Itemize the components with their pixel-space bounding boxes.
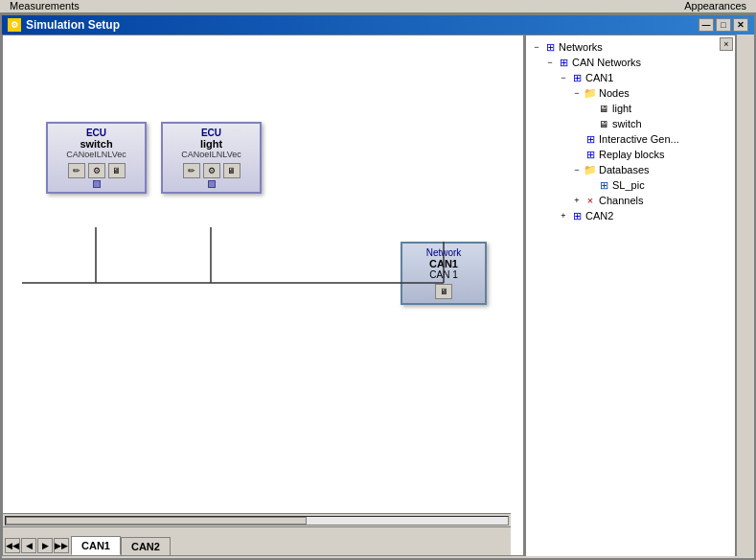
networks-label: Networks	[559, 41, 603, 53]
replay-icon: ⊞	[584, 148, 597, 161]
tree-item-nodes[interactable]: − 📁 Nodes	[530, 85, 731, 101]
bottom-tabs-area: ◀◀ ◀ ▶ ▶▶ CAN1 CAN2	[3, 526, 511, 555]
top-menu-bar: Measurements Appearances	[0, 0, 756, 13]
switch-label: switch	[612, 118, 642, 129]
expand-networks[interactable]: −	[530, 40, 543, 54]
titlebar-left: ⚙ Simulation Setup	[8, 18, 120, 32]
tree-close-button[interactable]: ×	[720, 37, 733, 51]
databases-label: Databases	[599, 164, 650, 175]
ecu-switch-edit-btn[interactable]: ✏	[68, 163, 85, 178]
ecu-switch-name: switch	[80, 138, 112, 150]
light-label: light	[612, 103, 631, 114]
channels-label: Channels	[599, 195, 643, 206]
network-channel: CAN 1	[429, 269, 457, 280]
can1-icon: ⊞	[570, 71, 584, 84]
sl-pic-icon: ⊞	[597, 178, 610, 192]
tree-item-can-networks[interactable]: − ⊞ CAN Networks	[530, 55, 731, 70]
expand-switch[interactable]	[584, 117, 597, 130]
ecu-light-type: CANoeILNLVec	[181, 150, 241, 159]
ecu-switch-block[interactable]: ECU switch CANoeILNLVec ✏ ⚙ 🖥	[46, 122, 147, 194]
measurements-menu[interactable]: Measurements	[0, 0, 89, 12]
tree-item-light[interactable]: 🖥 light	[530, 101, 731, 116]
tree-item-sl-pic[interactable]: ⊞ SL_pic	[530, 177, 731, 193]
ecu-light-connector	[208, 180, 216, 188]
expand-sl-pic[interactable]	[584, 178, 597, 192]
titlebar: ⚙ Simulation Setup — □ ✕	[2, 15, 754, 35]
ecu-switch-type: CANoeILNLVec	[66, 150, 126, 159]
scroll-next-btn[interactable]: ▶	[37, 538, 53, 553]
scroll-last-btn[interactable]: ▶▶	[54, 538, 69, 553]
appearances-menu[interactable]: Appearances	[675, 0, 756, 12]
databases-icon: 📁	[584, 163, 597, 176]
ecu-switch-settings-btn[interactable]: ⚙	[88, 163, 105, 178]
ecu-light-name: light	[200, 138, 222, 150]
expand-can-networks[interactable]: −	[543, 56, 557, 69]
can2-label: CAN2	[585, 210, 613, 222]
scrollbar-thumb[interactable]	[6, 517, 307, 525]
ecu-light-icons: ✏ ⚙ 🖥	[183, 163, 241, 178]
can-networks-label: CAN Networks	[572, 57, 641, 68]
tree-item-can1[interactable]: − ⊞ CAN1	[530, 70, 731, 85]
simulation-canvas: ECU switch CANoeILNLVec ✏ ⚙ 🖥 ECU light …	[2, 35, 524, 556]
expand-can1[interactable]: −	[557, 71, 570, 84]
tree-item-networks[interactable]: − ⊞ Networks	[530, 39, 731, 55]
expand-can2[interactable]: +	[557, 209, 570, 222]
expand-channels[interactable]: +	[570, 194, 584, 207]
interactive-label: Interactive Gen...	[599, 133, 679, 145]
ecu-switch-header: ECU	[86, 128, 106, 138]
horizontal-scrollbar[interactable]	[3, 513, 511, 526]
ecu-switch-icons: ✏ ⚙ 🖥	[68, 163, 126, 178]
expand-light[interactable]	[584, 102, 597, 115]
interactive-icon: ⊞	[584, 132, 597, 146]
ecu-light-edit-btn[interactable]: ✏	[183, 163, 200, 178]
tab-can1[interactable]: CAN1	[71, 536, 121, 555]
ecu-switch-monitor-btn[interactable]: 🖥	[108, 163, 126, 178]
channels-icon: ×	[584, 194, 597, 207]
ecu-light-header: ECU	[201, 128, 221, 138]
window-title: Simulation Setup	[26, 18, 120, 32]
tab-scroll-controls: ◀◀ ◀ ▶ ▶▶	[3, 536, 71, 555]
tree-content: − ⊞ Networks − ⊞ CAN Networks − ⊞ CAN1	[526, 35, 735, 556]
tree-item-can2[interactable]: + ⊞ CAN2	[530, 208, 731, 223]
switch-icon: 🖥	[597, 117, 610, 130]
network-monitor-icon[interactable]: 🖥	[435, 284, 452, 299]
can1-label: CAN1	[585, 72, 613, 83]
close-button[interactable]: ✕	[733, 18, 748, 32]
titlebar-controls: — □ ✕	[699, 18, 748, 32]
tree-item-databases[interactable]: − 📁 Databases	[530, 162, 731, 177]
replay-label: Replay blocks	[599, 149, 664, 160]
light-icon: 🖥	[597, 102, 610, 115]
maximize-button[interactable]: □	[716, 18, 731, 32]
scroll-first-btn[interactable]: ◀◀	[5, 538, 20, 553]
can2-icon: ⊞	[570, 209, 584, 222]
minimize-button[interactable]: —	[699, 18, 714, 32]
expand-interactive[interactable]	[570, 132, 584, 146]
expand-databases[interactable]: −	[570, 163, 584, 176]
ecu-light-block[interactable]: ECU light CANoeILNLVec ✏ ⚙ 🖥	[161, 122, 262, 194]
expand-replay[interactable]	[570, 148, 584, 161]
scrollbar-track[interactable]	[5, 516, 509, 525]
scroll-prev-btn[interactable]: ◀	[21, 538, 36, 553]
window-icon: ⚙	[8, 18, 21, 32]
expand-nodes[interactable]: −	[570, 86, 584, 100]
tree-item-interactive-gen[interactable]: ⊞ Interactive Gen...	[530, 131, 731, 147]
tree-item-switch[interactable]: 🖥 switch	[530, 116, 731, 131]
network-name: CAN1	[429, 258, 458, 269]
tree-item-replay-blocks[interactable]: ⊞ Replay blocks	[530, 147, 731, 162]
tab-can2[interactable]: CAN2	[121, 537, 171, 555]
ecu-switch-connector	[93, 180, 101, 188]
nodes-icon: 📁	[584, 86, 597, 100]
network-label: Network	[426, 247, 462, 258]
tree-panel: × − ⊞ Networks − ⊞ CAN Networks − ⊞	[524, 35, 735, 556]
can-networks-icon: ⊞	[557, 56, 570, 69]
far-right-panel	[735, 35, 754, 556]
content-area: ECU switch CANoeILNLVec ✏ ⚙ 🖥 ECU light …	[2, 35, 754, 556]
ecu-light-settings-btn[interactable]: ⚙	[203, 163, 220, 178]
ecu-light-monitor-btn[interactable]: 🖥	[223, 163, 241, 178]
sl-pic-label: SL_pic	[612, 179, 645, 191]
tree-item-channels[interactable]: + × Channels	[530, 193, 731, 208]
simulation-setup-window: ⚙ Simulation Setup — □ ✕ ECU switch CANo…	[0, 13, 756, 560]
nodes-label: Nodes	[599, 87, 630, 99]
network-can1-block[interactable]: Network CAN1 CAN 1 🖥	[401, 242, 487, 305]
networks-icon: ⊞	[543, 40, 557, 54]
